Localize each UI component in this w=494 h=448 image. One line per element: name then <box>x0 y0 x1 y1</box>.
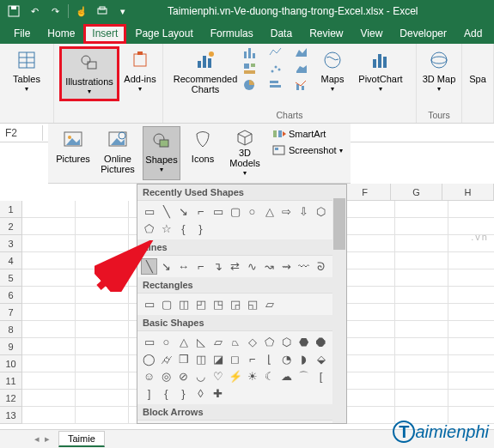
shape-donut[interactable]: ◎ <box>158 368 174 384</box>
shape-chord[interactable]: ◗ <box>296 351 312 367</box>
shape-lbracket[interactable]: { <box>175 221 192 237</box>
row-header[interactable]: 12 <box>0 390 22 407</box>
pivotchart-button[interactable]: PivotChart▾ <box>357 46 405 96</box>
shape-freeform[interactable]: 〰 <box>296 258 312 275</box>
shape-round-rect[interactable]: ▢ <box>158 296 174 312</box>
shape-half-frame[interactable]: ⌐ <box>244 351 260 367</box>
sparklines-button[interactable]: Spa <box>467 46 488 86</box>
bar-chart-icon[interactable] <box>269 79 283 91</box>
icons-button[interactable]: Icons <box>186 126 220 180</box>
shape-lshape[interactable]: ⌊ <box>261 351 277 367</box>
online-pictures-button[interactable]: Online Pictures <box>98 126 137 180</box>
shape-connector[interactable]: ⌐ <box>192 203 209 220</box>
shape-smiley[interactable]: ☺ <box>141 368 157 384</box>
sheet-nav-prev[interactable]: ◂ <box>34 433 40 445</box>
qat-customize-icon[interactable]: ▾ <box>114 3 131 20</box>
shape-decagon[interactable]: ◯ <box>141 351 157 367</box>
pie-chart-icon[interactable] <box>243 79 257 91</box>
tab-home[interactable]: Home <box>39 24 83 44</box>
area-chart-icon[interactable] <box>295 46 308 58</box>
row-header[interactable]: 3 <box>0 235 22 252</box>
tab-formulas[interactable]: Formulas <box>202 24 262 44</box>
name-box[interactable]: F2 <box>0 125 43 141</box>
shape-curve[interactable]: ∿ <box>244 258 260 275</box>
shapes-button[interactable]: Shapes▾ <box>143 126 180 180</box>
shape-frame[interactable]: ◻ <box>227 351 243 367</box>
shape-elbow-double[interactable]: ⇄ <box>227 258 243 275</box>
row-header[interactable]: 9 <box>0 338 22 355</box>
shape-rbracket[interactable]: } <box>192 221 209 237</box>
shape-textbox2[interactable]: ▭ <box>141 334 157 350</box>
tab-insert[interactable]: Insert <box>83 24 126 44</box>
shape-curve-double[interactable]: ⇝ <box>278 258 295 275</box>
3d-models-button[interactable]: 3D Models▾ <box>225 126 265 180</box>
shape-heart[interactable]: ♡ <box>210 368 226 384</box>
tab-developer[interactable]: Developer <box>391 24 455 44</box>
col-header[interactable]: H <box>442 184 494 201</box>
shape-down-arrow[interactable]: ⇩ <box>296 203 312 220</box>
shape-hexagon[interactable]: ⬡ <box>313 203 329 220</box>
row-header[interactable]: 11 <box>0 372 22 390</box>
sheet-tab[interactable]: Taimie <box>58 431 105 447</box>
scatter-chart-icon[interactable] <box>269 63 283 75</box>
shape-parallelogram[interactable]: ▱ <box>210 334 226 350</box>
shape-snip1[interactable]: ◫ <box>175 296 192 312</box>
shape-pentagon[interactable]: ⬠ <box>141 221 157 237</box>
shape-line-double-arrow[interactable]: ↔ <box>175 258 192 275</box>
col-header[interactable]: F <box>339 184 391 201</box>
row-header[interactable]: 5 <box>0 269 22 287</box>
shape-textbox[interactable]: ▭ <box>141 203 157 220</box>
row-header[interactable]: 4 <box>0 252 22 269</box>
row-header[interactable]: 6 <box>0 287 22 304</box>
shape-nosymbol[interactable]: ⊘ <box>175 368 192 384</box>
row-header[interactable]: 13 <box>0 407 22 424</box>
undo-icon[interactable]: ↶ <box>26 3 43 20</box>
column-chart-icon[interactable] <box>243 46 257 58</box>
shape-pie[interactable]: ◔ <box>278 351 295 367</box>
shape-snip2[interactable]: ◰ <box>192 296 209 312</box>
illustrations-button[interactable]: Illustrations▾ <box>59 46 119 101</box>
redo-icon[interactable]: ↷ <box>46 3 64 20</box>
shape-hexagon2[interactable]: ⬡ <box>278 334 295 350</box>
shape-cross[interactable]: ✚ <box>210 385 226 402</box>
maps-button[interactable]: Maps▾ <box>315 46 350 96</box>
shape-pentagon2[interactable]: ⬠ <box>261 334 277 350</box>
shape-elbow-arrow[interactable]: ↴ <box>210 258 226 275</box>
row-header[interactable]: 10 <box>0 355 22 372</box>
shape-rectangle[interactable]: ▭ <box>210 203 226 220</box>
shape-block-arc[interactable]: ◡ <box>192 368 209 384</box>
shape-round2[interactable]: ◱ <box>244 296 260 312</box>
tables-button[interactable]: Tables▾ <box>5 46 48 96</box>
save-icon[interactable] <box>5 3 22 20</box>
shape-star[interactable]: ☆ <box>158 221 174 237</box>
shape-bracket-r[interactable]: ] <box>141 385 157 402</box>
shape-moon[interactable]: ☾ <box>261 368 277 384</box>
shape-cloud[interactable]: ☁ <box>278 368 295 384</box>
tab-page-layout[interactable]: Page Layout <box>126 24 201 44</box>
screenshot-button[interactable]: Screenshot ▾ <box>270 142 345 158</box>
shape-rect[interactable]: ▭ <box>141 296 157 312</box>
recommended-charts-button[interactable]: Recommended Charts <box>174 46 236 96</box>
shape-right-arrow[interactable]: ⇨ <box>278 203 295 220</box>
shape-arc[interactable]: ⌒ <box>296 368 312 384</box>
hierarchy-chart-icon[interactable] <box>243 63 257 75</box>
shape-brace-r[interactable]: } <box>175 385 192 402</box>
shape-trapezoid[interactable]: ⏢ <box>227 334 243 350</box>
shape-oval[interactable]: ○ <box>244 203 260 220</box>
row-header[interactable]: 8 <box>0 321 22 338</box>
shape-heptagon[interactable]: ⬣ <box>296 334 312 350</box>
tab-file[interactable]: File <box>5 24 39 44</box>
shape-tear[interactable]: ⬙ <box>313 351 329 367</box>
shape-sun[interactable]: ☀ <box>244 368 260 384</box>
tab-data[interactable]: Data <box>262 24 301 44</box>
addins-button[interactable]: Add-ins▾ <box>123 46 157 96</box>
shape-snip-diag[interactable]: ◳ <box>210 296 226 312</box>
shape-brace-l[interactable]: { <box>158 385 174 402</box>
shape-line[interactable]: ╲ <box>158 203 174 220</box>
shape-rounded-rect[interactable]: ▢ <box>227 203 243 220</box>
tab-review[interactable]: Review <box>301 24 351 44</box>
row-header[interactable]: 1 <box>0 201 22 218</box>
shape-plaque[interactable]: ◊ <box>192 385 209 402</box>
shape-folded[interactable]: ◪ <box>210 351 226 367</box>
shapes-scrollbar[interactable] <box>332 185 346 423</box>
